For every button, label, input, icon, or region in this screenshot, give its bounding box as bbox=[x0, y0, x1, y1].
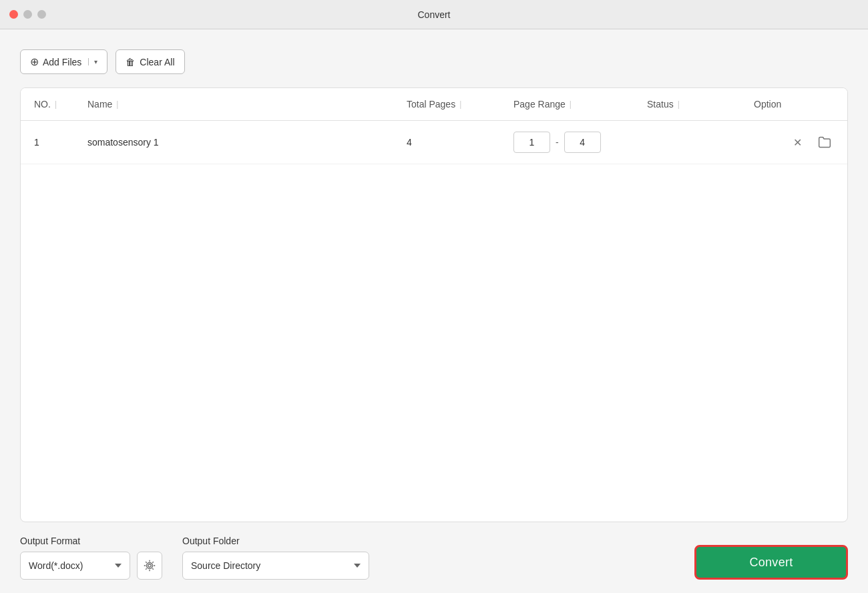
header-name: Name | bbox=[87, 99, 407, 110]
plus-circle-icon: ⊕ bbox=[30, 55, 39, 68]
svg-point-1 bbox=[147, 563, 153, 569]
add-files-button[interactable]: ⊕ Add Files ▾ bbox=[20, 49, 107, 74]
header-no-label: NO. bbox=[34, 99, 51, 110]
header-page-range-label: Page Range bbox=[513, 99, 566, 110]
output-format-row: Word(*.docx) Excel(*.xlsx) PowerPoint(*.… bbox=[20, 552, 162, 580]
header-status: Status | bbox=[647, 99, 754, 110]
output-folder-select[interactable]: Source Directory Custom... bbox=[182, 552, 369, 580]
output-folder-label: Output Folder bbox=[182, 536, 369, 546]
gear-icon bbox=[144, 560, 156, 572]
table-row: 1 somatosensory 1 4 - ✕ bbox=[21, 121, 847, 164]
title-bar: Convert bbox=[0, 0, 868, 29]
folder-icon bbox=[818, 136, 831, 149]
cell-option: ✕ bbox=[754, 133, 834, 152]
convert-button[interactable]: Convert bbox=[694, 545, 848, 580]
output-format-label: Output Format bbox=[20, 536, 162, 546]
maximize-button[interactable] bbox=[37, 10, 46, 19]
output-folder-section: Output Folder Source Directory Custom... bbox=[182, 536, 369, 580]
header-page-range: Page Range | bbox=[513, 99, 647, 110]
header-total-pages-label: Total Pages bbox=[407, 99, 455, 110]
separator-name: | bbox=[116, 100, 118, 109]
svg-point-0 bbox=[148, 564, 152, 568]
header-status-label: Status bbox=[647, 99, 674, 110]
header-total-pages: Total Pages | bbox=[407, 99, 513, 110]
file-table-container: NO. | Name | Total Pages | Page Range | … bbox=[20, 87, 848, 522]
output-format-select[interactable]: Word(*.docx) Excel(*.xlsx) PowerPoint(*.… bbox=[20, 552, 130, 580]
header-name-label: Name bbox=[87, 99, 112, 110]
cell-name: somatosensory 1 bbox=[87, 137, 407, 148]
close-icon: ✕ bbox=[793, 136, 802, 149]
table-body: 1 somatosensory 1 4 - ✕ bbox=[21, 121, 847, 522]
format-settings-button[interactable] bbox=[137, 552, 162, 580]
remove-file-button[interactable]: ✕ bbox=[791, 134, 805, 152]
separator-no: | bbox=[55, 100, 57, 109]
row-number: 1 bbox=[34, 137, 39, 148]
clear-all-label: Clear All bbox=[140, 57, 174, 67]
separator-status: | bbox=[678, 100, 680, 109]
window-controls bbox=[9, 10, 46, 19]
main-content: ⊕ Add Files ▾ 🗑 Clear All NO. | Name | T… bbox=[0, 29, 868, 593]
page-range-start-input[interactable] bbox=[513, 132, 550, 153]
cell-page-range: - bbox=[513, 132, 647, 153]
output-format-section: Output Format Word(*.docx) Excel(*.xlsx)… bbox=[20, 536, 162, 580]
clear-all-button[interactable]: 🗑 Clear All bbox=[116, 49, 184, 74]
cell-no: 1 bbox=[34, 137, 87, 148]
cell-total-pages: 4 bbox=[407, 137, 513, 148]
bottom-bar: Output Format Word(*.docx) Excel(*.xlsx)… bbox=[20, 522, 848, 580]
separator-total-pages: | bbox=[459, 100, 461, 109]
window-title: Convert bbox=[417, 9, 450, 20]
add-files-label: Add Files bbox=[43, 57, 81, 67]
table-header: NO. | Name | Total Pages | Page Range | … bbox=[21, 88, 847, 121]
trash-icon: 🗑 bbox=[126, 57, 135, 67]
toolbar: ⊕ Add Files ▾ 🗑 Clear All bbox=[20, 49, 848, 74]
header-option: Option bbox=[754, 99, 834, 110]
total-pages-value: 4 bbox=[407, 137, 412, 148]
separator-page-range: | bbox=[570, 100, 572, 109]
open-folder-button[interactable] bbox=[815, 133, 834, 152]
dropdown-arrow-icon[interactable]: ▾ bbox=[88, 58, 97, 65]
page-range-dash: - bbox=[556, 137, 559, 148]
header-option-label: Option bbox=[754, 99, 781, 110]
file-name: somatosensory 1 bbox=[87, 137, 159, 148]
page-range-end-input[interactable] bbox=[564, 132, 601, 153]
minimize-button[interactable] bbox=[23, 10, 32, 19]
close-button[interactable] bbox=[9, 10, 18, 19]
header-no: NO. | bbox=[34, 99, 87, 110]
